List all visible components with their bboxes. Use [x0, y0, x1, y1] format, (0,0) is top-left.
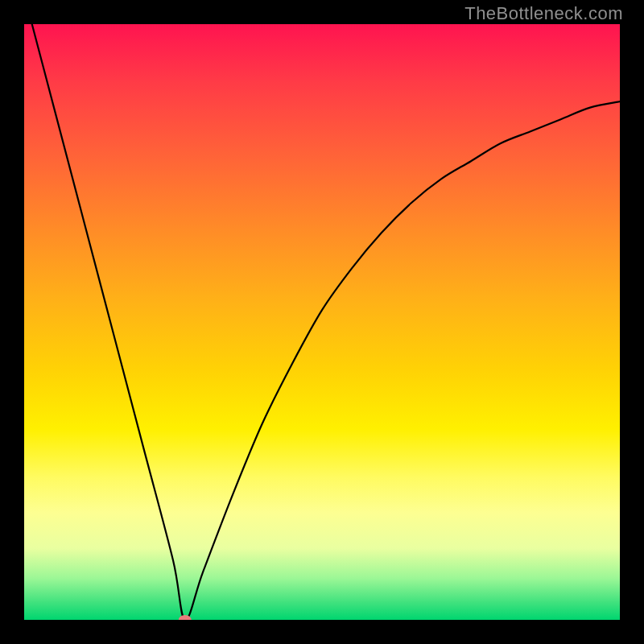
chart-frame: TheBottleneck.com	[0, 0, 644, 644]
watermark-text: TheBottleneck.com	[464, 3, 623, 24]
curve-line	[24, 24, 620, 620]
curve-svg	[24, 24, 620, 620]
plot-area	[24, 24, 620, 620]
